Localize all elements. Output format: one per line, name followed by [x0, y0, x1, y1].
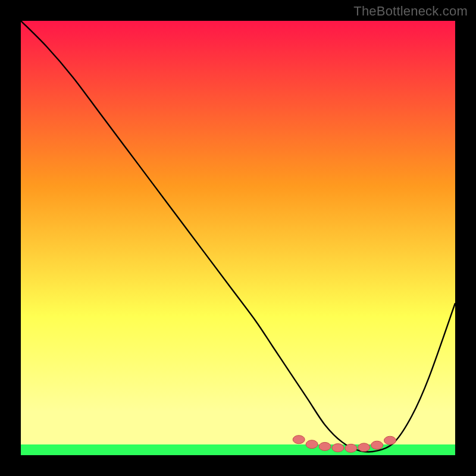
- chart-frame: TheBottleneck.com: [0, 0, 476, 476]
- marker-dot: [319, 442, 331, 450]
- marker-dot: [371, 441, 383, 449]
- marker-dot: [358, 443, 370, 452]
- marker-dot: [332, 444, 344, 452]
- plot-area: [21, 21, 455, 455]
- marker-dot: [306, 440, 318, 449]
- curve-layer: [21, 21, 455, 455]
- bottleneck-curve: [21, 21, 455, 452]
- watermark-text: TheBottleneck.com: [353, 4, 468, 19]
- marker-dot: [293, 436, 305, 444]
- marker-dot: [345, 444, 357, 452]
- marker-dot: [384, 436, 396, 444]
